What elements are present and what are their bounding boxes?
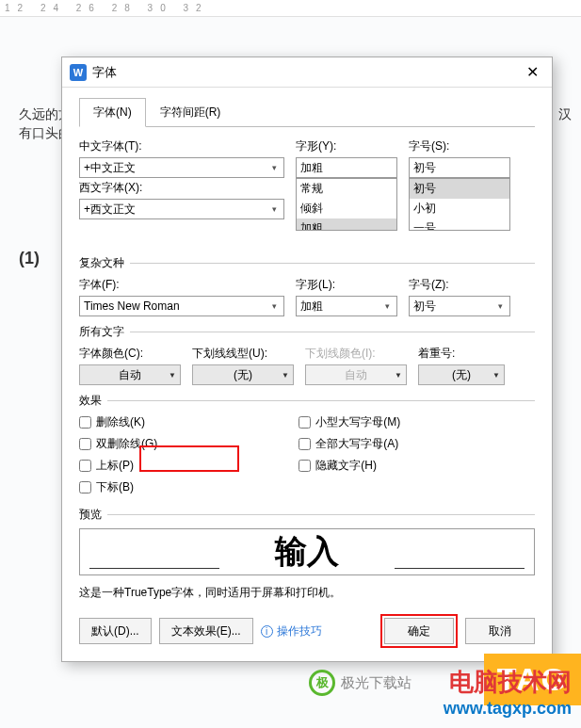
logo-icon: 极 [309,670,335,696]
logo-text: 极光下载站 [341,674,412,692]
default-button[interactable]: 默认(D)... [79,618,152,644]
caret-down-icon: ▼ [169,371,176,380]
cx-style-label: 字形(L): [296,277,397,293]
checkbox-allcaps[interactable]: 全部大写字母(A) [299,436,400,452]
tab-font[interactable]: 字体(N) [79,98,146,127]
ruler: 12 24 26 28 30 32 [0,0,581,17]
list-item[interactable]: 常规 [297,179,396,199]
color-select[interactable]: 自动 ▼ [79,364,181,385]
en-font-value: +西文正文 [84,202,136,218]
preview-text: 输入 [275,530,339,574]
checkbox-superscript[interactable]: 上标(P) [79,458,157,474]
cn-font-label: 中文字体(T): [79,138,284,154]
info-icon: i [261,625,273,638]
alltext-section-label: 所有文字 [79,324,535,340]
checkbox-subscript[interactable]: 下标(B) [79,479,157,495]
cx-size-value: 初号 [413,299,436,315]
cx-size-combo[interactable]: 初号 ▾ [409,296,510,316]
cn-font-combo[interactable]: +中文正文 ▾ [79,157,284,178]
caret-down-icon: ▼ [395,371,402,380]
highlight-annotation-ok: 确定 [380,614,458,648]
list-item[interactable]: 初号 [410,179,509,199]
checkbox-hidden[interactable]: 隐藏文字(H) [299,458,400,474]
caret-down-icon: ▼ [492,371,500,380]
cn-font-value: +中文正文 [84,160,136,176]
effects-section-label: 效果 [79,393,535,409]
doc-num: (1) [19,245,40,272]
watermark-url: www.tagxp.com [444,699,572,719]
watermark: 电脑技术网 www.tagxp.com [444,666,572,719]
emphasis-label: 着重号: [418,346,505,362]
close-icon[interactable]: ✕ [519,61,546,83]
dialog-title: 字体 [92,64,519,81]
style-combo[interactable]: 加粗 [296,157,397,178]
list-item[interactable]: 加粗 [297,218,396,231]
preview-box: 输入 [79,528,535,575]
chevron-down-icon: ▾ [266,202,282,217]
chevron-down-icon: ▾ [379,299,395,314]
style-value: 加粗 [300,160,323,176]
size-combo[interactable]: 初号 [409,157,510,178]
cx-font-value: Times New Roman [84,299,180,313]
checkbox-strike[interactable]: 删除线(K) [79,414,157,430]
ok-button[interactable]: 确定 [384,618,454,644]
watermark-cn: 电脑技术网 [444,666,572,699]
ulinecolor-select: 自动 ▼ [305,364,407,385]
cx-size-label: 字号(Z): [409,277,510,293]
en-font-combo[interactable]: +西文正文 ▾ [79,199,284,219]
font-dialog: W 字体 ✕ 字体(N) 字符间距(R) 中文字体(T): +中文正文 ▾ 字形… [61,57,553,662]
checkbox-dstrike[interactable]: 双删除线(G) [79,436,157,452]
size-value: 初号 [413,160,436,176]
textfx-button[interactable]: 文本效果(E)... [159,618,253,644]
wps-logo-icon: W [70,64,87,81]
en-font-label: 西文字体(X): [79,180,284,196]
cx-font-combo[interactable]: Times New Roman ▾ [79,296,284,316]
cx-style-value: 加粗 [300,299,323,315]
underline-select[interactable]: (无) ▼ [192,364,294,385]
caret-down-icon: ▼ [282,371,289,380]
checkbox-smallcaps[interactable]: 小型大写字母(M) [299,414,400,430]
complex-section-label: 复杂文种 [79,255,535,271]
ulinecolor-value: 自动 [345,367,367,383]
size-label: 字号(S): [409,138,510,154]
style-label: 字形(Y): [296,138,397,154]
site-logo: 极 极光下载站 [309,670,412,696]
underline-label: 下划线线型(U): [192,346,294,362]
tabs: 字体(N) 字符间距(R) [79,97,535,127]
cx-style-combo[interactable]: 加粗 ▾ [296,296,397,316]
color-value: 自动 [119,367,141,383]
chevron-down-icon: ▾ [266,299,282,314]
chevron-down-icon: ▾ [266,160,282,175]
emphasis-value: (无) [452,367,471,383]
chevron-down-icon: ▾ [492,299,508,314]
color-label: 字体颜色(C): [79,346,181,362]
cancel-button[interactable]: 取消 [465,618,535,644]
titlebar: W 字体 ✕ [62,57,552,88]
emphasis-select[interactable]: (无) ▼ [418,364,505,385]
tab-spacing[interactable]: 字符间距(R) [146,98,235,127]
ulinecolor-label: 下划线颜色(I): [305,346,407,362]
list-item[interactable]: 倾斜 [297,199,396,218]
style-listbox[interactable]: 常规 倾斜 加粗 [296,178,397,231]
underline-value: (无) [234,367,252,383]
font-description: 这是一种TrueType字体，同时适用于屏幕和打印机。 [79,585,535,601]
cx-font-label: 字体(F): [79,277,284,293]
size-listbox[interactable]: 初号 小初 一号 [409,178,510,231]
list-item[interactable]: 一号 [410,218,509,231]
tips-link[interactable]: i 操作技巧 [261,623,322,639]
list-item[interactable]: 小初 [410,199,509,218]
preview-label: 预览 [79,507,535,523]
